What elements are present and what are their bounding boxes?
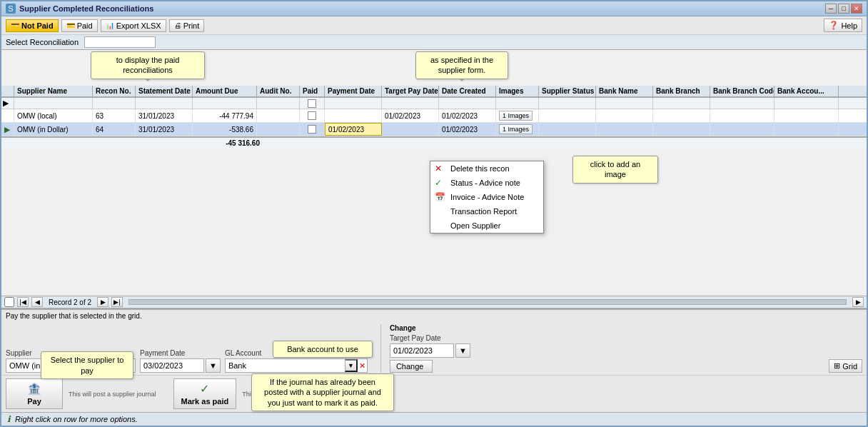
paid-icon: 💳 [66,21,75,29]
header-images[interactable]: Images [496,86,539,96]
context-open-supplier-label: Open Supplier [450,221,500,230]
filter-targetpay[interactable] [383,99,437,107]
mark-button-label: Mark as paid [181,397,229,406]
filter-paid-checkbox[interactable] [308,99,316,108]
header-audit[interactable]: Audit No. [257,86,300,96]
header-bankname[interactable]: Bank Name [596,86,653,96]
header-bankcode[interactable]: Bank Branch Code [710,86,774,96]
payment-date-dropdown[interactable]: ▼ [206,358,221,373]
filter-audit[interactable] [258,99,298,107]
nav-next-button[interactable]: ▶ [97,297,108,307]
delete-icon: ✕ [435,164,442,174]
gl-account-input[interactable] [226,359,345,372]
help-button[interactable]: ❓ Help [824,19,862,32]
row2-images-button[interactable]: 1 Images [499,124,533,134]
recon-selector-label: Select Reconciliation [6,38,79,46]
context-status-advice[interactable]: ✓ Status - Advice note [430,176,543,190]
row2-recon: 64 [93,123,136,136]
filter-statement[interactable] [137,99,191,107]
horizontal-scrollbar[interactable] [128,299,847,305]
navigation-bar: |◀ ◀ Record 2 of 2 ▶ ▶| ▶ [1,296,867,308]
table-row[interactable]: ▶ OMW (in Dollar) 64 31/01/2023 -538.66 … [1,123,867,136]
filter-status[interactable] [540,99,594,107]
title-buttons: ─ □ ✕ [825,4,862,14]
target-pay-date-input[interactable] [390,343,454,358]
row2-arrow: ▶ [1,123,14,136]
filter-bankaccount[interactable] [776,99,837,107]
row1-status [539,109,596,122]
context-invoice-advice[interactable]: 📅 Invoice - Advice Note [430,190,543,204]
header-supplier[interactable]: Supplier Name [14,86,93,96]
bank-account-tooltip: Bank account to use [273,341,373,358]
nav-last-button[interactable]: ▶| [111,297,123,307]
row2-bankcode [710,123,774,136]
minimize-button[interactable]: ─ [825,4,837,14]
row1-bankcode [710,109,774,122]
target-pay-date-dropdown[interactable]: ▼ [455,343,470,358]
table-row[interactable]: OMW (local) 63 31/01/2023 -44 777.94 01/… [1,109,867,123]
header-amount[interactable]: Amount Due [193,86,257,96]
context-delete[interactable]: ✕ Delete this recon [430,161,543,176]
row1-datecreated: 01/02/2023 [439,109,496,122]
filter-supplier[interactable] [16,99,91,107]
header-status[interactable]: Supplier Status [539,86,596,96]
row2-images[interactable]: 1 Images [496,123,539,136]
context-open-supplier[interactable]: Open Supplier [430,218,543,233]
pay-button-label: Pay [27,397,41,406]
row1-paid[interactable] [300,109,325,122]
filter-images[interactable] [498,99,537,107]
export-xlsx-button[interactable]: 📊 Export XLSX [101,19,166,32]
close-button[interactable]: ✕ [851,4,862,14]
filter-paydate[interactable] [326,99,380,107]
row1-recon: 63 [93,109,136,122]
filter-row: ▶ [1,98,867,109]
header-bankbranch[interactable]: Bank Branch [653,86,710,96]
nav-first-button[interactable]: |◀ [17,297,29,307]
pay-button[interactable]: 🏦 Pay [6,378,63,409]
header-statement[interactable]: Statement Date [136,86,193,96]
scroll-right-button[interactable]: ▶ [852,297,864,307]
target-pay-date-group: Target Pay Date ▼ [390,334,470,358]
gl-dropdown-button[interactable]: ▼ [345,359,358,372]
filter-arrow-icon: ▶ [3,99,9,107]
filter-amount[interactable] [194,99,255,107]
row2-paid[interactable] [300,123,325,136]
header-bankaccount[interactable]: Bank Accou... [774,86,839,96]
header-arrow [1,86,14,96]
row1-images[interactable]: 1 Images [496,109,539,122]
payment-date-input[interactable] [140,358,204,373]
recon-selector-input[interactable] [84,36,156,48]
header-paydate[interactable]: Payment Date [325,86,382,96]
row1-images-button[interactable]: 1 Images [499,111,533,121]
pay-icon: 🏦 [27,382,41,396]
not-paid-button[interactable]: 💳 Not Paid [6,19,59,32]
filter-recon[interactable] [94,99,133,107]
filter-datecreated[interactable] [440,99,494,107]
gl-dropdown: ▼ ✕ [225,358,368,373]
payment-date-label: Payment Date [140,349,221,357]
nav-prev-button[interactable]: ◀ [31,297,43,307]
nav-checkbox[interactable] [4,297,14,307]
context-transaction-report[interactable]: Transaction Report [430,204,543,218]
app-icon: S [6,4,16,14]
filter-bankcode[interactable] [712,99,772,107]
header-recon[interactable]: Recon No. [93,86,136,96]
mark-as-paid-button[interactable]: ✓ Mark as paid [173,378,237,409]
header-targetpay[interactable]: Target Pay Date [382,86,439,96]
gl-clear-button[interactable]: ✕ [358,359,367,372]
grid-button[interactable]: ⊞ Grid [829,359,862,373]
header-paid[interactable]: Paid [300,86,325,96]
row2-paydate: 01/02/2023 [325,123,382,136]
change-button[interactable]: Change [390,360,433,373]
header-datecreated[interactable]: Date Created [439,86,496,96]
filter-bankname[interactable] [597,99,651,107]
row1-audit [257,109,300,122]
row2-audit [257,123,300,136]
print-button[interactable]: 🖨 Print [169,19,205,32]
paid-button[interactable]: 💳 Paid [61,19,98,32]
status-text: Right click on row for more options. [15,415,138,423]
maximize-button[interactable]: □ [838,4,849,14]
filter-bankbranch[interactable] [655,99,708,107]
bottom-panel: Pay the supplier that is selected in the… [1,308,867,412]
mark-icon: ✓ [200,382,209,396]
